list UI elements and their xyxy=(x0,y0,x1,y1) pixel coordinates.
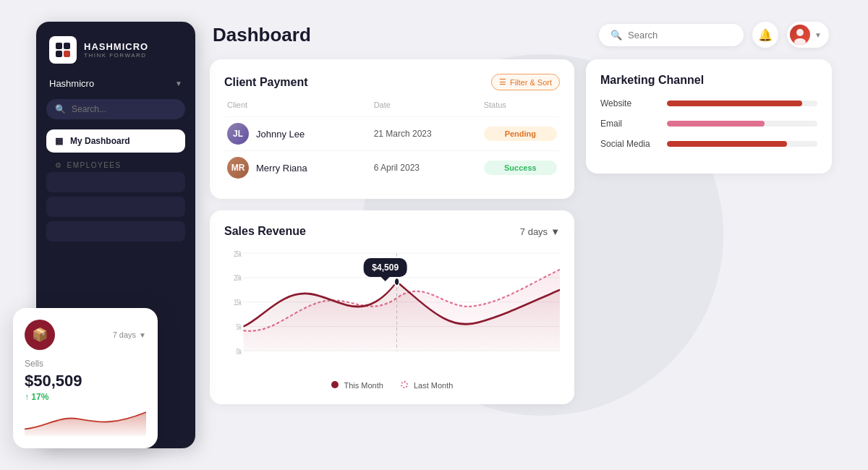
notification-button[interactable]: 🔔 xyxy=(752,22,778,48)
mini-growth: ↑ 17% xyxy=(25,392,146,402)
client-payment-header: Client Payment ☰ Filter & Sort xyxy=(224,74,560,90)
channel-label-email: Email xyxy=(600,119,658,129)
sidebar-placeholder-3 xyxy=(46,221,185,242)
channel-row-social: Social Media xyxy=(600,139,817,149)
client-avatar-2: MR xyxy=(227,157,249,179)
avatar-button[interactable]: ▼ xyxy=(787,22,829,48)
svg-text:15k: 15k xyxy=(234,299,242,307)
col-client: Client xyxy=(227,101,374,109)
logo-subtitle: THINK FORWARD xyxy=(84,52,148,59)
col-date: Date xyxy=(374,101,484,109)
mini-value: $50,509 xyxy=(25,372,146,390)
table-header: Client Date Status xyxy=(224,101,560,109)
svg-text:0k: 0k xyxy=(237,347,242,356)
client-avatar-1: JL xyxy=(227,123,249,145)
chevron-down-icon: ▼ xyxy=(175,80,182,87)
status-badge-1: Pending xyxy=(484,127,557,141)
bell-icon: 🔔 xyxy=(758,28,773,42)
svg-rect-1 xyxy=(64,43,70,49)
chart-area: $4,509 25k 20k 15k xyxy=(224,245,560,375)
marketing-channel-card: Marketing Channel Website Email xyxy=(586,59,832,174)
client-name-cell: MR Merry Riana xyxy=(227,157,374,179)
svg-point-4 xyxy=(796,29,804,36)
channel-row-website: Website xyxy=(600,98,817,108)
channel-bar-email xyxy=(667,121,765,127)
left-column: Client Payment ☰ Filter & Sort Client Da… xyxy=(210,59,574,448)
mini-sells-card: 📦 7 days ▼ Sells $50,509 ↑ 17% xyxy=(13,308,158,448)
sidebar-section-employees: ⚙ EMPLOYEES xyxy=(46,155,185,172)
chart-legend: This Month Last Month xyxy=(224,381,560,390)
page-title: Dashboard xyxy=(213,24,311,46)
search-bar-icon: 🔍 xyxy=(610,30,622,40)
legend-last-month: Last Month xyxy=(401,381,453,390)
client-name-cell: JL Johnny Lee xyxy=(227,123,374,145)
content-grid: Client Payment ☰ Filter & Sort Client Da… xyxy=(210,59,832,448)
chevron-down-icon: ▼ xyxy=(814,31,822,39)
mini-sparkline xyxy=(25,408,146,437)
client-date-1: 21 March 2023 xyxy=(374,129,484,139)
grid-icon: ▦ xyxy=(55,136,63,146)
svg-text:25k: 25k xyxy=(234,249,242,258)
right-column: Marketing Channel Website Email xyxy=(586,59,832,448)
sidebar-company[interactable]: Hashmicro ▼ xyxy=(46,78,185,89)
svg-text:20k: 20k xyxy=(234,274,242,283)
svg-rect-2 xyxy=(56,51,62,57)
svg-point-5 xyxy=(794,38,806,45)
chart-svg: 25k 20k 15k 5k 0k xyxy=(224,245,560,375)
sidebar-item-dashboard[interactable]: ▦ My Dashboard xyxy=(46,129,185,153)
legend-dot-this-month xyxy=(331,381,339,388)
channel-bar-bg-email xyxy=(667,121,817,127)
main-content: Dashboard 🔍 🔔 ▼ xyxy=(195,22,832,448)
client-name-1: Johnny Lee xyxy=(256,129,305,140)
sidebar-logo: HASHMICRO THINK FORWARD xyxy=(46,36,185,64)
marketing-title: Marketing Channel xyxy=(600,74,817,87)
sales-revenue-card: Sales Revenue 7 days ▼ $4,509 xyxy=(210,210,574,404)
channel-bar-bg-website xyxy=(667,101,817,106)
mini-card-top: 📦 7 days ▼ xyxy=(25,320,146,350)
legend-dot-last-month xyxy=(401,381,408,388)
sidebar-search-input[interactable] xyxy=(72,104,176,114)
sidebar-placeholder-1 xyxy=(46,172,185,192)
table-row: JL Johnny Lee 21 March 2023 Pending xyxy=(224,116,560,150)
filter-sort-button[interactable]: ☰ Filter & Sort xyxy=(491,74,560,90)
svg-rect-0 xyxy=(56,43,62,49)
employees-icon: ⚙ xyxy=(55,161,63,169)
avatar xyxy=(790,25,810,45)
days-selector[interactable]: 7 days ▼ xyxy=(520,226,560,237)
client-payment-title: Client Payment xyxy=(224,76,308,89)
legend-this-month: This Month xyxy=(331,381,383,390)
table-row: MR Merry Riana 6 April 2023 Success xyxy=(224,150,560,184)
mini-label: Sells xyxy=(25,359,146,369)
channel-label-website: Website xyxy=(600,98,658,108)
sidebar-item-label: My Dashboard xyxy=(70,136,130,146)
client-name-2: Merry Riana xyxy=(256,163,307,174)
search-bar[interactable]: 🔍 xyxy=(599,24,744,46)
channel-bar-bg-social xyxy=(667,141,817,147)
channel-bar-website xyxy=(667,101,802,106)
filter-icon: ☰ xyxy=(499,77,506,87)
channel-label-social: Social Media xyxy=(600,139,658,149)
sidebar-placeholder-2 xyxy=(46,197,185,217)
svg-text:5k: 5k xyxy=(237,322,242,331)
client-payment-card: Client Payment ☰ Filter & Sort Client Da… xyxy=(210,59,574,199)
channel-row-email: Email xyxy=(600,119,817,129)
mini-days[interactable]: 7 days ▼ xyxy=(113,330,146,339)
client-date-2: 6 April 2023 xyxy=(374,163,484,173)
svg-point-17 xyxy=(394,278,399,286)
chevron-down-icon: ▼ xyxy=(139,331,146,339)
company-name: Hashmicro xyxy=(49,78,94,89)
col-status: Status xyxy=(484,101,557,109)
sidebar-search[interactable]: 🔍 xyxy=(46,99,185,119)
sells-icon: 📦 xyxy=(25,320,55,350)
status-badge-2: Success xyxy=(484,161,557,175)
topbar-right: 🔍 🔔 ▼ xyxy=(599,22,829,48)
logo-icon xyxy=(49,36,77,64)
chevron-down-icon: ▼ xyxy=(550,226,560,237)
sales-title: Sales Revenue xyxy=(224,225,306,238)
days-label: 7 days xyxy=(520,226,548,237)
topbar: Dashboard 🔍 🔔 ▼ xyxy=(210,22,832,48)
sales-header: Sales Revenue 7 days ▼ xyxy=(224,225,560,238)
channel-bar-social xyxy=(667,141,787,147)
search-input[interactable] xyxy=(628,30,732,40)
svg-rect-3 xyxy=(64,51,70,57)
